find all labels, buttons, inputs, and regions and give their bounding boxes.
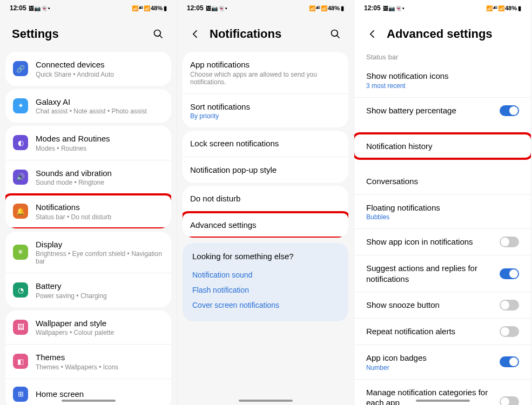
home-indicator[interactable] <box>239 400 293 402</box>
status-signal-icons: 📶 ⁴ᴳ 📶 <box>132 5 150 11</box>
home-indicator[interactable] <box>416 400 470 402</box>
status-time: 12:05 <box>10 4 26 12</box>
advanced-settings-list: Show notification icons3 most recentShow… <box>354 63 531 405</box>
notif-item-notification-pop-up-style[interactable]: Notification pop-up style <box>183 157 348 183</box>
settings-item-modes-and-routines[interactable]: ◐Modes and RoutinesModes • Routines <box>5 126 171 160</box>
svg-point-0 <box>154 30 161 37</box>
item-sub: Number <box>366 364 500 372</box>
settings-item-sub: Wallpapers • Colour palette <box>36 329 164 336</box>
settings-item-sub: Quick Share • Android Auto <box>36 71 164 78</box>
battery-icon: ▮ <box>518 5 521 12</box>
settings-item-sub: Power saving • Charging <box>36 292 164 300</box>
item-title: Conversations <box>366 176 519 187</box>
settings-item-title: Modes and Routines <box>36 133 164 144</box>
battery-icon: ▮ <box>341 5 344 12</box>
status-signal-icons: 📶 ⁴ᴳ 📶 <box>309 5 327 11</box>
settings-item-icon: ✦ <box>13 98 28 113</box>
settings-item-connected-devices[interactable]: 🔗Connected devicesQuick Share • Android … <box>5 52 171 86</box>
notif-item-app-notifications[interactable]: App notificationsChoose which apps are a… <box>183 52 348 93</box>
toggle-switch[interactable] <box>500 300 519 310</box>
settings-screen: 12:05 🖼 📷 👻 • 📶 ⁴ᴳ 📶 48% ▮ Settings 🔗Con… <box>0 0 177 405</box>
back-icon[interactable] <box>366 28 379 40</box>
settings-item-icon: ◔ <box>13 282 28 298</box>
settings-item-icon: ◐ <box>13 135 28 150</box>
notif-item-lock-screen-notifications[interactable]: Lock screen notifications <box>183 131 348 157</box>
item-title: Show notification icons <box>366 71 519 82</box>
adv-item-notification-history[interactable]: Notification history <box>354 133 531 159</box>
notifications-screen: 12:05 🖼 📷 👻 • 📶 ⁴ᴳ 📶 48% ▮ Notifications… <box>177 0 354 405</box>
settings-item-title: Display <box>36 239 164 250</box>
toggle-switch[interactable] <box>500 105 519 116</box>
adv-item-conversations[interactable]: Conversations <box>354 168 531 194</box>
status-battery: 48% <box>151 5 163 11</box>
section-label-status-bar: Status bar <box>354 49 531 63</box>
suggestions-title: Looking for something else? <box>192 252 339 261</box>
toggle-switch[interactable] <box>500 396 519 406</box>
settings-item-sub: Status bar • Do not disturb <box>36 213 164 221</box>
item-title: App icon badges <box>366 353 500 363</box>
adv-item-show-app-icon-in-notifications[interactable]: Show app icon in notifications <box>354 228 531 255</box>
item-title: Repeat notification alerts <box>366 326 500 337</box>
adv-item-show-battery-percentage[interactable]: Show battery percentage <box>354 97 531 124</box>
settings-item-title: Galaxy AI <box>36 97 164 107</box>
home-indicator[interactable] <box>62 400 116 402</box>
item-title: Show app icon in notifications <box>366 237 500 247</box>
item-sub: By priority <box>190 112 341 120</box>
adv-item-repeat-notification-alerts[interactable]: Repeat notification alerts <box>354 318 531 345</box>
svg-line-3 <box>337 36 340 38</box>
search-icon[interactable] <box>152 28 165 40</box>
settings-item-notifications[interactable]: 🔔NotificationsStatus bar • Do not distur… <box>5 194 171 228</box>
settings-item-sounds-and-vibration[interactable]: 🔊Sounds and vibrationSound mode • Ringto… <box>5 160 171 194</box>
item-sub: Bubbles <box>366 213 519 221</box>
settings-item-display[interactable]: ☀DisplayBrightness • Eye comfort shield … <box>5 232 171 273</box>
battery-icon: ▮ <box>164 5 167 12</box>
item-sub: 3 most recent <box>366 82 519 90</box>
settings-item-themes[interactable]: ◧ThemesThemes • Wallpapers • Icons <box>5 344 171 379</box>
item-title: Advanced settings <box>190 220 341 231</box>
suggest-link-flash-notification[interactable]: Flash notification <box>192 282 339 298</box>
status-bar: 12:05 🖼 📷 👻 • 📶 ⁴ᴳ 📶 48% ▮ <box>354 0 531 16</box>
settings-item-title: Wallpaper and style <box>36 318 164 329</box>
status-bar: 12:05 🖼 📷 👻 • 📶 ⁴ᴳ 📶 48% ▮ <box>0 0 177 16</box>
advanced-settings-screen: 12:05 🖼 📷 👻 • 📶 ⁴ᴳ 📶 48% ▮ Advanced sett… <box>354 0 531 405</box>
item-title: Show battery percentage <box>366 105 500 116</box>
adv-item-show-snooze-button[interactable]: Show snooze button <box>354 292 531 318</box>
page-title: Settings <box>12 27 59 41</box>
status-battery: 48% <box>505 5 517 11</box>
notif-item-sort-notifications[interactable]: Sort notificationsBy priority <box>183 93 348 128</box>
settings-item-sub: Themes • Wallpapers • Icons <box>36 363 164 371</box>
toggle-switch[interactable] <box>500 326 519 337</box>
settings-item-battery[interactable]: ◔BatteryPower saving • Charging <box>5 273 171 307</box>
settings-item-title: Notifications <box>36 202 164 213</box>
suggest-link-cover-screen-notifications[interactable]: Cover screen notifications <box>192 298 339 313</box>
status-battery: 48% <box>328 5 340 11</box>
item-sub: Choose which apps are allowed to send yo… <box>190 71 341 86</box>
adv-item-floating-notifications[interactable]: Floating notificationsBubbles <box>354 194 531 229</box>
toggle-switch[interactable] <box>500 268 519 279</box>
settings-item-wallpaper-and-style[interactable]: 🖼Wallpaper and styleWallpapers • Colour … <box>5 310 171 345</box>
toggle-switch[interactable] <box>500 237 519 247</box>
settings-item-title: Battery <box>36 281 164 292</box>
status-app-icons: 🖼 📷 👻 • <box>206 5 227 11</box>
status-app-icons: 🖼 📷 👻 • <box>29 5 50 11</box>
back-icon[interactable] <box>189 28 202 40</box>
settings-item-icon: ⊞ <box>13 387 28 402</box>
settings-item-icon: ◧ <box>13 354 28 369</box>
notif-item-do-not-disturb[interactable]: Do not disturb <box>183 186 348 212</box>
suggest-link-notification-sound[interactable]: Notification sound <box>192 267 339 282</box>
settings-item-galaxy-ai[interactable]: ✦Galaxy AIChat assist • Note assist • Ph… <box>5 89 171 123</box>
search-icon[interactable] <box>329 28 342 40</box>
status-app-icons: 🖼 📷 👻 • <box>383 5 404 11</box>
adv-item-app-icon-badges[interactable]: App icon badgesNumber <box>354 345 531 379</box>
settings-list: 🔗Connected devicesQuick Share • Android … <box>0 52 177 405</box>
item-title: Notification history <box>366 141 519 152</box>
adv-item-suggest-actions-and-replies-for-notifications[interactable]: Suggest actions and replies for notifica… <box>354 255 531 292</box>
settings-item-title: Home screen <box>36 389 164 400</box>
item-title: Suggest actions and replies for notifica… <box>366 263 500 284</box>
lock-screen-group: Lock screen notificationsNotification po… <box>183 131 348 183</box>
toggle-switch[interactable] <box>500 356 519 367</box>
settings-item-icon: 🔔 <box>13 204 28 219</box>
notif-item-advanced-settings[interactable]: Advanced settings <box>183 212 348 238</box>
svg-line-1 <box>160 36 163 38</box>
adv-item-show-notification-icons[interactable]: Show notification icons3 most recent <box>354 63 531 97</box>
